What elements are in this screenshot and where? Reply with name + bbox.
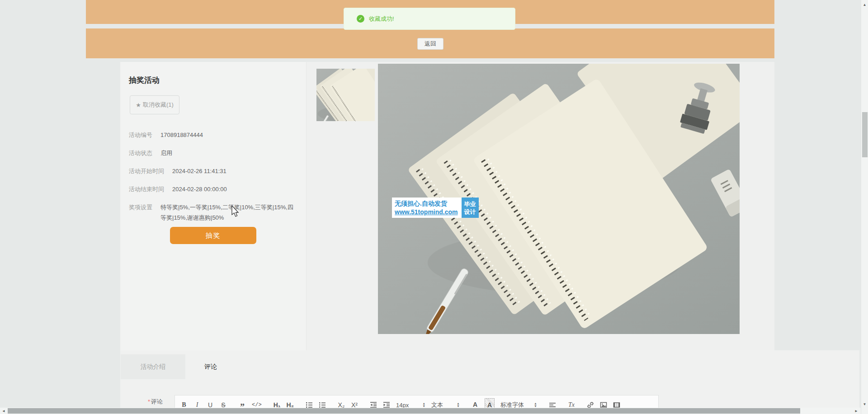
scroll-right-arrow[interactable]: ► bbox=[853, 408, 860, 414]
field-label: 活动编号 bbox=[129, 130, 152, 140]
horizontal-scrollbar-thumb[interactable] bbox=[8, 408, 800, 414]
sort-arrows-icon: ▲▼ bbox=[457, 402, 460, 408]
success-check-icon: ✓ bbox=[357, 15, 364, 23]
success-toast: ✓ 收藏成功! bbox=[344, 8, 515, 30]
watermark: 无须担心.自动发货 www.51topmind.com 毕业 设计 bbox=[392, 198, 479, 218]
sort-arrows-icon: ▲▼ bbox=[534, 402, 537, 408]
watermark-badge: 毕业 设计 bbox=[462, 198, 479, 218]
field-row-activity-id: 活动编号 1708918874444 bbox=[129, 130, 294, 140]
tab-activity-intro[interactable]: 活动介绍 bbox=[121, 354, 185, 379]
comment-label-text: 评论 bbox=[151, 398, 163, 405]
required-mark: * bbox=[148, 398, 150, 405]
field-row-start-time: 活动开始时间 2024-02-26 11:41:31 bbox=[129, 166, 294, 176]
field-value: 启用 bbox=[160, 148, 294, 158]
watermark-line1: 无须担心.自动发货 bbox=[395, 199, 458, 208]
vertical-scrollbar: ▲ ▼ bbox=[861, 0, 868, 414]
field-value: 特等奖|5%,一等奖|15%,二等奖|10%,三等奖|15%,四等奖|15%,谢… bbox=[160, 202, 294, 223]
field-label: 奖项设置 bbox=[129, 202, 152, 223]
activity-detail-page: ✓ 收藏成功! 返回 抽奖活动 ★ 取消收藏(1) 活动编号 170891887… bbox=[0, 0, 868, 414]
unfavorite-label: 取消收藏(1) bbox=[143, 101, 174, 109]
product-thumbnail[interactable] bbox=[316, 69, 375, 121]
scroll-down-arrow[interactable]: ▼ bbox=[861, 400, 868, 408]
watermark-line2: www.51topmind.com bbox=[395, 208, 458, 216]
scroll-up-arrow[interactable]: ▲ bbox=[861, 1, 868, 8]
sort-arrows-icon: ▲▼ bbox=[422, 402, 425, 408]
watermark-badge-line2: 设计 bbox=[464, 208, 476, 216]
scroll-left-arrow[interactable]: ◄ bbox=[0, 408, 7, 414]
star-icon: ★ bbox=[136, 102, 141, 108]
tab-comments[interactable]: 评论 bbox=[185, 354, 236, 379]
back-button[interactable]: 返回 bbox=[417, 38, 443, 50]
field-row-end-time: 活动结束时间 2024-02-28 00:00:00 bbox=[129, 184, 294, 194]
field-row-prizes: 奖项设置 特等奖|5%,一等奖|15%,二等奖|10%,三等奖|15%,四等奖|… bbox=[129, 202, 294, 223]
toast-message: 收藏成功! bbox=[369, 15, 394, 23]
watermark-badge-line1: 毕业 bbox=[464, 200, 476, 208]
field-value: 1708918874444 bbox=[160, 130, 294, 140]
field-value: 2024-02-28 00:00:00 bbox=[172, 184, 294, 194]
product-thumbnail-image bbox=[316, 69, 375, 121]
vertical-scrollbar-thumb[interactable] bbox=[862, 112, 868, 157]
field-row-activity-status: 活动状态 启用 bbox=[129, 148, 294, 158]
draw-lottery-button[interactable]: 抽奖 bbox=[170, 227, 256, 244]
field-value: 2024-02-26 11:41:31 bbox=[172, 166, 294, 176]
unfavorite-button[interactable]: ★ 取消收藏(1) bbox=[130, 95, 179, 114]
watermark-text-box: 无须担心.自动发货 www.51topmind.com bbox=[392, 198, 462, 218]
field-label: 活动状态 bbox=[129, 148, 152, 158]
activity-title: 抽奖活动 bbox=[129, 75, 160, 85]
field-label: 活动开始时间 bbox=[129, 166, 164, 176]
field-label: 活动结束时间 bbox=[129, 184, 164, 194]
horizontal-scrollbar: ◄ ► bbox=[0, 408, 861, 414]
activity-fields: 活动编号 1708918874444 活动状态 启用 活动开始时间 2024-0… bbox=[129, 130, 294, 231]
comment-field-label: *评论 bbox=[148, 398, 163, 406]
